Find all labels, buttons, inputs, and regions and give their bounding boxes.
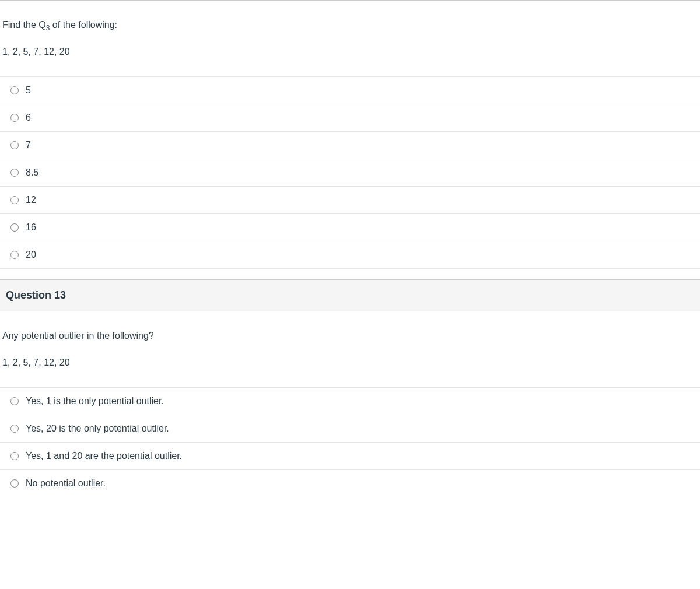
question-12-text: Find the Q3 of the following: 1, 2, 5, 7… — [0, 18, 700, 59]
radio-icon — [10, 141, 19, 149]
option-row[interactable]: Yes, 1 and 20 are the potential outlier. — [0, 442, 700, 469]
option-row[interactable]: 16 — [0, 213, 700, 241]
question-13-block: Question 13 Any potential outlier in the… — [0, 279, 700, 507]
question-13-options: Yes, 1 is the only potential outlier. Ye… — [0, 387, 700, 497]
question-12-data: 1, 2, 5, 7, 12, 20 — [2, 45, 698, 59]
question-13-body: Any potential outlier in the following? … — [0, 311, 700, 507]
option-row[interactable]: 20 — [0, 241, 700, 269]
option-row[interactable]: 7 — [0, 131, 700, 159]
option-row[interactable]: 8.5 — [0, 159, 700, 186]
radio-icon — [10, 452, 19, 460]
prompt-post: of the following: — [50, 20, 117, 30]
option-label: 6 — [26, 113, 31, 123]
radio-icon — [10, 196, 19, 204]
radio-icon — [10, 425, 19, 433]
option-row[interactable]: 5 — [0, 76, 700, 104]
question-13-text: Any potential outlier in the following? … — [0, 329, 700, 370]
question-12-options: 5 6 7 8.5 12 16 — [0, 76, 700, 269]
option-row[interactable]: 6 — [0, 104, 700, 131]
question-13-title: Question 13 — [6, 289, 66, 301]
question-13-data: 1, 2, 5, 7, 12, 20 — [2, 356, 698, 370]
option-label: Yes, 1 is the only potential outlier. — [26, 396, 164, 406]
option-label: 7 — [26, 140, 31, 150]
option-row[interactable]: 12 — [0, 186, 700, 213]
option-label: 20 — [26, 250, 36, 260]
radio-icon — [10, 169, 19, 177]
radio-icon — [10, 114, 19, 122]
radio-icon — [10, 397, 19, 405]
question-12-prompt: Find the Q3 of the following: — [2, 18, 698, 32]
radio-icon — [10, 223, 19, 232]
prompt-pre: Find the Q — [2, 20, 46, 30]
option-label: 8.5 — [26, 167, 38, 178]
option-label: 5 — [26, 85, 31, 96]
question-13-header: Question 13 — [0, 280, 700, 311]
option-label: 16 — [26, 222, 36, 233]
option-label: Yes, 1 and 20 are the potential outlier. — [26, 451, 182, 461]
option-label: No potential outlier. — [26, 478, 106, 489]
option-row[interactable]: Yes, 1 is the only potential outlier. — [0, 387, 700, 415]
question-12-body: Find the Q3 of the following: 1, 2, 5, 7… — [0, 1, 700, 279]
radio-icon — [10, 251, 19, 259]
option-label: 12 — [26, 195, 36, 205]
question-13-prompt: Any potential outlier in the following? — [2, 329, 698, 343]
option-row[interactable]: No potential outlier. — [0, 469, 700, 497]
question-12-block: Find the Q3 of the following: 1, 2, 5, 7… — [0, 0, 700, 279]
radio-icon — [10, 479, 19, 488]
option-row[interactable]: Yes, 20 is the only potential outlier. — [0, 415, 700, 442]
radio-icon — [10, 86, 19, 94]
option-label: Yes, 20 is the only potential outlier. — [26, 423, 169, 434]
